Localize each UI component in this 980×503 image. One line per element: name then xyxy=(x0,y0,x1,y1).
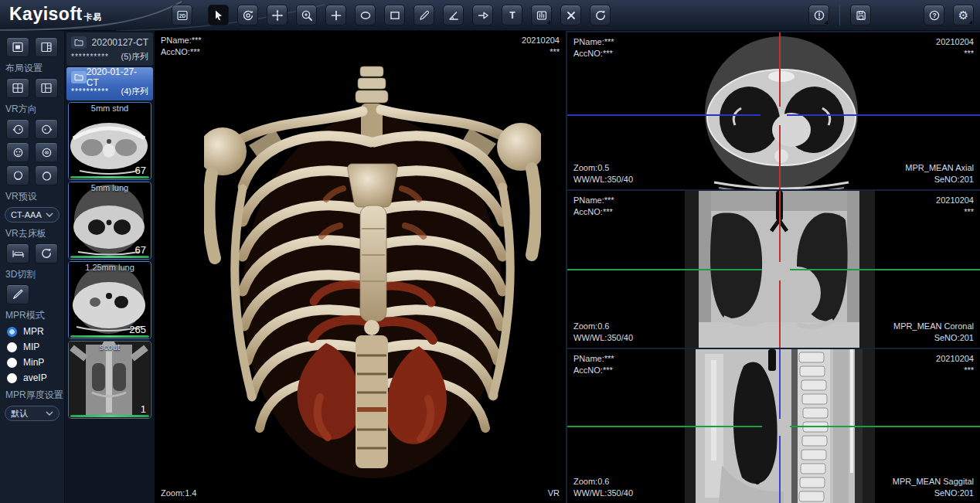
series-browser: 20200127-CT ********** (5)序列 2020-01-27-… xyxy=(65,31,155,503)
left-control-sidebar: 布局设置 VR方向 VR预设 CT-AAA VR去床板 3D切割 xyxy=(0,31,65,503)
vr-direction-left-button[interactable] xyxy=(6,119,29,139)
remove-bed-button[interactable] xyxy=(6,243,29,263)
measure-tool-button[interactable] xyxy=(413,5,434,25)
mpr-mode-radio-minp[interactable]: MinP xyxy=(0,355,64,370)
thumbnail-image-count: 265 xyxy=(129,324,146,335)
layout-1-plus-2-button[interactable] xyxy=(35,78,58,98)
layout-section-label: 布局设置 xyxy=(0,59,64,76)
zoom-tool-button[interactable] xyxy=(296,5,317,25)
layout-2d-button[interactable]: 2D xyxy=(172,5,192,25)
series-thumbnail-scout[interactable]: scout 1 xyxy=(68,341,151,419)
thumbnail-label: 5mm stnd xyxy=(69,104,151,113)
sagittal-crosshair-horizontal-left[interactable] xyxy=(567,426,762,427)
toolbar-file-tools xyxy=(808,5,871,25)
crosshair-tool-button[interactable] xyxy=(325,5,346,25)
arrow-annotation-tool-button[interactable] xyxy=(472,5,493,25)
ellipse-roi-tool-button[interactable] xyxy=(355,5,376,25)
folder-open-icon xyxy=(71,71,87,83)
coronal-crosshair-horizontal-right[interactable] xyxy=(790,269,980,270)
mpr-mode-radio-mip[interactable]: MIP xyxy=(0,339,64,355)
layout-option-1-button[interactable] xyxy=(6,37,29,57)
mpr-mode-radio-aveip[interactable]: aveIP xyxy=(0,370,64,386)
axial-crosshair-vertical-top[interactable] xyxy=(779,32,781,107)
axial-crosshair-vertical-bottom[interactable] xyxy=(779,125,781,189)
reset-view-button[interactable] xyxy=(590,5,611,25)
series-thumbnail-5mm-lung[interactable]: 5mm lung 67 xyxy=(68,182,151,260)
head-right-icon xyxy=(40,124,53,135)
mpr-wwwl: WW/WL:350/40 xyxy=(573,332,633,344)
study-item-1[interactable]: 20200127-CT ********** (5)序列 xyxy=(66,32,153,66)
series-thumbnail-1-25mm-lung[interactable]: 1.25mm lung 265 xyxy=(68,261,151,339)
knife-3d-cut-button[interactable] xyxy=(6,284,29,304)
sagittal-crosshair-horizontal-right[interactable] xyxy=(790,426,980,427)
mpr-plane-overlay: MPR_MEAN Coronal SeNO:201 xyxy=(893,321,974,344)
vr-direction-inferior-button[interactable] xyxy=(35,165,58,185)
thumbnail-load-progress-bar xyxy=(70,176,149,178)
mpr-plane-overlay: MPR_MEAN Saggital SeNO:201 xyxy=(893,476,974,499)
rotate-3d-tool-button[interactable] xyxy=(237,5,258,25)
info-button[interactable] xyxy=(808,5,829,25)
axial-crosshair-horizontal-left[interactable] xyxy=(567,114,761,116)
mpr-coronal-viewport[interactable]: PName:*** AccNO:*** 20210204 *** Zoom:0.… xyxy=(567,191,980,348)
vr-preset-dropdown[interactable]: CT-AAA xyxy=(5,207,60,223)
layout-option-2-button[interactable] xyxy=(35,37,58,57)
sagittal-crosshair-vertical-bottom[interactable] xyxy=(779,436,781,503)
mpr-study-date: 20210204 xyxy=(936,195,974,206)
info-icon xyxy=(813,9,825,22)
axial-crosshair-horizontal-right[interactable] xyxy=(787,114,980,116)
coronal-crosshair-horizontal-left[interactable] xyxy=(567,269,762,270)
mpr-axial-viewport[interactable]: PName:*** AccNO:*** 20210204 *** Zoom:0.… xyxy=(567,32,980,189)
mpr-zoom-overlay: Zoom:0.5 WW/WL:350/40 xyxy=(573,162,633,185)
reset-bed-button[interactable] xyxy=(35,243,58,263)
head-front-icon xyxy=(12,147,25,158)
coronal-crosshair-vertical-bottom[interactable] xyxy=(779,280,781,348)
text-annotation-tool-button[interactable]: T xyxy=(502,5,522,25)
study-item-2-selected[interactable]: 2020-01-27-CT ********** (4)序列 xyxy=(66,67,153,100)
save-button[interactable] xyxy=(850,5,871,25)
series-thumbnail-5mm-stnd[interactable]: 5mm stnd 67 xyxy=(68,102,151,180)
thumbnail-image-count: 67 xyxy=(135,244,146,256)
settings-button[interactable]: ⚙ xyxy=(953,5,974,25)
thumbnail-label: 5mm lung xyxy=(69,183,151,192)
vr-study-masked: *** xyxy=(522,46,560,58)
vr-mode-overlay: VR xyxy=(548,488,560,499)
thumbnail-image-count: 67 xyxy=(135,165,146,176)
mpr-thickness-dropdown[interactable]: 默认 xyxy=(5,406,60,421)
coronal-crosshair-vertical-top[interactable] xyxy=(779,191,781,262)
mpr-sagittal-viewport[interactable]: PName:*** AccNO:*** 20210204 *** Zoom:0.… xyxy=(567,349,980,503)
help-button[interactable]: ? xyxy=(924,5,944,25)
rect-roi-icon xyxy=(389,9,401,22)
vr-direction-superior-button[interactable] xyxy=(6,165,29,185)
rect-roi-tool-button[interactable] xyxy=(384,5,405,25)
vr-3d-viewport[interactable]: PName:*** AccNO:*** 20210204 *** Zoom:1.… xyxy=(155,31,566,503)
cine-windowing-tool-button[interactable] xyxy=(531,5,552,25)
mpr-accno: AccNO:*** xyxy=(573,365,614,376)
mpr-patient-overlay: PName:*** AccNO:*** xyxy=(573,353,614,376)
cursor-tool-button[interactable] xyxy=(208,5,229,25)
layout-single-icon xyxy=(12,41,24,53)
vr-pname: PName:*** xyxy=(161,35,202,46)
help-icon: ? xyxy=(928,9,941,22)
cine-windowing-icon xyxy=(536,9,548,22)
pan-tool-button[interactable] xyxy=(267,5,288,25)
delete-annotation-button[interactable] xyxy=(560,5,581,25)
mpr-plane-label: MPR_MEAN Saggital xyxy=(893,476,974,488)
angle-tool-button[interactable] xyxy=(443,5,464,25)
study-patient-masked: ********** xyxy=(71,53,109,61)
layout-grid-2x2-button[interactable] xyxy=(6,78,29,98)
radio-selected-icon xyxy=(7,327,17,337)
measure-pencil-icon xyxy=(418,9,430,22)
ellipse-roi-icon xyxy=(359,9,372,22)
radio-label: MPR xyxy=(23,326,44,337)
mpr-thickness-value: 默认 xyxy=(11,408,28,420)
head-back-icon xyxy=(40,147,53,158)
mpr-seno: SeNO:201 xyxy=(893,332,974,344)
mpr-mode-radio-mpr[interactable]: MPR xyxy=(0,324,64,339)
layout-side-panel-icon xyxy=(40,41,53,53)
vr-study-date: 20210204 xyxy=(522,35,560,46)
vr-direction-right-button[interactable] xyxy=(35,119,58,139)
vr-direction-anterior-button[interactable] xyxy=(6,142,29,162)
vr-direction-posterior-button[interactable] xyxy=(35,142,58,162)
mpr-panels-column: PName:*** AccNO:*** 20210204 *** Zoom:0.… xyxy=(566,31,980,503)
sagittal-crosshair-vertical-top[interactable] xyxy=(779,349,781,419)
